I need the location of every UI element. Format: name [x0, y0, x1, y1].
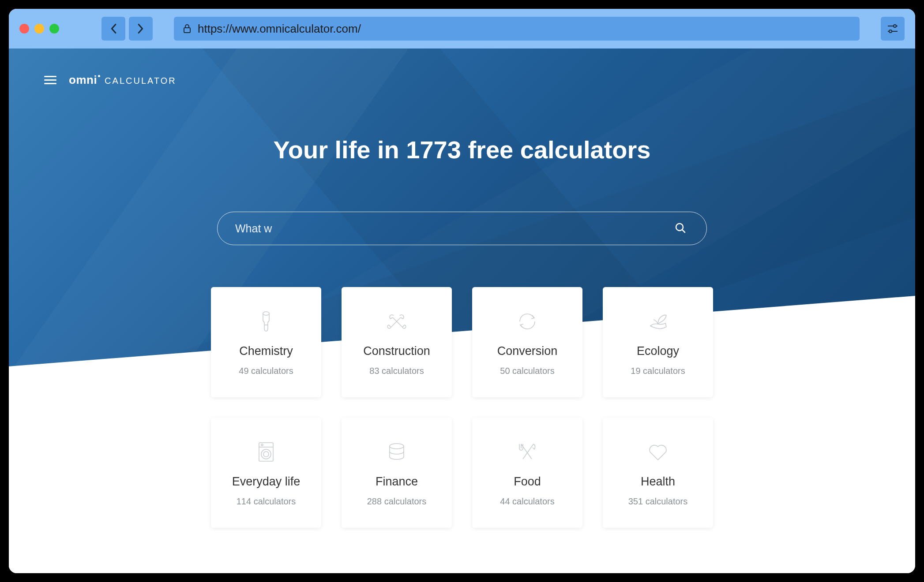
everyday-icon	[256, 439, 276, 465]
health-icon	[647, 439, 669, 465]
category-count: 83 calculators	[369, 366, 424, 376]
category-title: Conversion	[497, 344, 558, 358]
category-card-construction[interactable]: Construction 83 calculators	[342, 287, 452, 397]
category-title: Finance	[376, 475, 418, 489]
nav-buttons	[101, 17, 153, 41]
category-count: 351 calculators	[628, 496, 688, 507]
category-count: 19 calculators	[631, 366, 685, 376]
category-title: Food	[514, 475, 541, 489]
svg-point-12	[261, 449, 271, 459]
svg-point-2	[894, 25, 896, 27]
chevron-right-icon	[137, 23, 144, 34]
food-icon	[517, 439, 538, 465]
chemistry-icon	[258, 308, 274, 335]
hamburger-icon	[44, 76, 56, 77]
logo-suffix: CALCULATOR	[105, 76, 177, 86]
category-grid: Chemistry 49 calculators Construction 83…	[211, 287, 713, 528]
hero-headline: Your life in 1773 free calculators	[9, 135, 915, 164]
site-header: omni CALCULATOR	[9, 48, 915, 87]
category-count: 114 calculators	[237, 496, 296, 507]
forward-button[interactable]	[129, 17, 153, 41]
svg-point-4	[889, 30, 892, 33]
category-title: Everyday life	[232, 475, 300, 489]
category-card-food[interactable]: Food 44 calculators	[472, 418, 582, 528]
page-viewport: omni CALCULATOR Your life in 1773 free c…	[9, 48, 915, 573]
category-title: Construction	[363, 344, 430, 358]
category-card-chemistry[interactable]: Chemistry 49 calculators	[211, 287, 321, 397]
svg-point-11	[261, 444, 263, 446]
address-bar[interactable]: https://www.omnicalculator.com/	[174, 17, 860, 41]
browser-chrome: https://www.omnicalculator.com/	[9, 9, 915, 48]
url-text: https://www.omnicalculator.com/	[198, 22, 361, 36]
category-count: 44 calculators	[500, 496, 554, 507]
window-controls	[19, 24, 59, 34]
category-card-health[interactable]: Health 351 calculators	[603, 418, 713, 528]
conversion-icon	[516, 308, 538, 335]
svg-rect-0	[184, 28, 190, 33]
category-title: Ecology	[637, 344, 679, 358]
close-window-button[interactable]	[19, 24, 29, 34]
maximize-window-button[interactable]	[49, 24, 59, 34]
category-title: Chemistry	[239, 344, 293, 358]
back-button[interactable]	[101, 17, 125, 41]
menu-button[interactable]	[44, 76, 56, 84]
category-count: 49 calculators	[239, 366, 293, 376]
browser-settings-button[interactable]	[881, 17, 905, 41]
svg-line-6	[682, 230, 685, 232]
category-card-ecology[interactable]: Ecology 19 calculators	[603, 287, 713, 397]
ecology-icon	[646, 308, 670, 335]
logo-brand: omni	[69, 73, 97, 87]
browser-window: https://www.omnicalculator.com/ omni	[9, 9, 915, 573]
svg-point-13	[263, 451, 269, 457]
site-logo[interactable]: omni CALCULATOR	[69, 73, 177, 87]
search-button[interactable]	[672, 220, 689, 238]
category-count: 50 calculators	[500, 366, 554, 376]
search-input[interactable]	[235, 222, 672, 235]
category-card-conversion[interactable]: Conversion 50 calculators	[472, 287, 582, 397]
svg-point-7	[263, 312, 269, 315]
svg-point-14	[390, 444, 404, 449]
search-icon	[675, 222, 686, 234]
construction-icon	[386, 308, 408, 335]
sliders-icon	[887, 24, 898, 34]
chevron-left-icon	[110, 23, 117, 34]
search-bar[interactable]	[217, 212, 707, 245]
category-card-finance[interactable]: Finance 288 calculators	[342, 418, 452, 528]
logo-dot-icon	[98, 75, 100, 77]
minimize-window-button[interactable]	[34, 24, 44, 34]
finance-icon	[387, 439, 406, 465]
category-title: Health	[641, 475, 675, 489]
category-card-everyday-life[interactable]: Everyday life 114 calculators	[211, 418, 321, 528]
lock-icon	[183, 23, 192, 34]
category-count: 288 calculators	[367, 496, 427, 507]
